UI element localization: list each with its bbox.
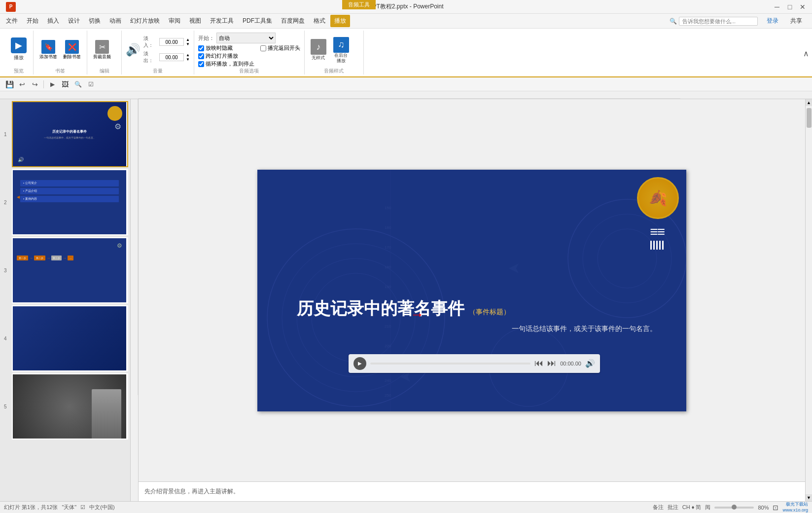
trim-icon: ✂ — [95, 40, 109, 54]
search-input[interactable] — [679, 17, 758, 26]
insert-picture-button[interactable]: 🖼 — [60, 79, 71, 90]
slide-num-5: 5 — [4, 404, 7, 409]
player-volume-button[interactable]: 🔊 — [585, 359, 595, 368]
input-mode[interactable]: CH ♦ 简 — [682, 504, 702, 511]
maximize-button[interactable]: □ — [784, 2, 795, 11]
menu-animation[interactable]: 动画 — [106, 15, 125, 27]
rewind-checkbox[interactable] — [260, 45, 266, 51]
undo-button[interactable]: ↩ — [17, 79, 28, 90]
vertical-scrollbar[interactable]: ▲ ▼ — [805, 99, 812, 501]
fade-out-input[interactable] — [159, 53, 184, 61]
trim-audio-button[interactable]: ✂ 剪裁音频 — [91, 39, 113, 61]
save-button[interactable]: 💾 — [4, 79, 15, 90]
cross-slide-checkbox-row[interactable]: 跨幻灯片播放 — [198, 52, 254, 60]
svg-marker-25 — [400, 372, 410, 382]
background-play-icon: ♫ — [333, 37, 349, 53]
redo-button[interactable]: ↪ — [30, 79, 40, 90]
svg-point-10 — [598, 229, 657, 288]
fade-in-down[interactable]: ▼ — [186, 42, 190, 46]
menu-transitions[interactable]: 切换 — [85, 15, 105, 27]
scroll-down-button[interactable]: ▼ — [806, 494, 812, 501]
menu-start[interactable]: 开始 — [23, 15, 42, 27]
start-select[interactable]: 自动 单击时 跨幻灯片播放 — [216, 33, 276, 43]
smart-lookup-button[interactable]: 🔍 — [72, 79, 83, 90]
menu-developer[interactable]: 开发工具 — [206, 15, 238, 27]
play-icon: ▶ — [11, 37, 27, 53]
menu-file[interactable]: 文件 — [2, 15, 22, 27]
player-time-display: 00:00.00 — [560, 361, 581, 366]
slide-thumb-5[interactable]: 5 — [12, 373, 128, 440]
ruler-svg: var marks = [-12,-11,-10,-9,-8,-7,-6,-5,… — [138, 91, 680, 99]
svg-text:190: 190 — [385, 285, 391, 289]
hide-on-show-checkbox-row[interactable]: 放映时隐藏 — [198, 44, 254, 52]
close-button[interactable]: ✕ — [797, 2, 808, 11]
delete-bookmark-label: 删除书签 — [63, 54, 81, 60]
background-play-label: 在后台播放 — [334, 53, 348, 64]
fade-in-input[interactable] — [159, 38, 184, 46]
slideshow-button[interactable]: ▶ — [47, 79, 58, 90]
menu-slideshow[interactable]: 幻灯片放映 — [126, 15, 164, 27]
brand-watermark: 极光下载站www.x1o.org — [782, 502, 808, 513]
add-bookmark-button[interactable]: 🔖 添加书签 — [37, 39, 59, 61]
zoom-slider[interactable] — [714, 507, 754, 509]
collapse-ribbon-button[interactable]: ∧ — [803, 48, 809, 58]
menu-playback[interactable]: 播放 — [330, 15, 350, 27]
gear-background-svg: 150 160 170 180 190 200 210 220 230 240 … — [257, 170, 686, 411]
search-icon: 🔍 — [670, 18, 677, 25]
no-style-button[interactable]: ♪ 无样式 — [309, 38, 328, 62]
ribbon-group-volume: 🔊 淡入： ▲ ▼ 淡出： ▲ — [122, 31, 194, 74]
cross-slide-checkbox[interactable] — [198, 53, 204, 59]
accessibility-button[interactable]: ☑ — [85, 79, 96, 90]
slide-num-4: 4 — [4, 336, 7, 341]
svg-marker-24 — [509, 263, 519, 273]
menu-insert[interactable]: 插入 — [43, 15, 63, 27]
svg-text:220: 220 — [385, 344, 391, 348]
delete-bookmark-button[interactable]: ❌ 删除书签 — [61, 39, 83, 61]
ruler-vertical — [131, 99, 139, 501]
menu-review[interactable]: 审阅 — [165, 15, 184, 27]
fade-out-down[interactable]: ▼ — [186, 57, 190, 62]
menu-format[interactable]: 格式 — [310, 15, 329, 27]
comments-button[interactable]: 批注 — [668, 504, 678, 511]
hide-on-show-checkbox[interactable] — [198, 45, 204, 51]
zoom-label[interactable]: 阅 — [705, 504, 710, 511]
play-button[interactable]: ▶ 播放 — [9, 37, 29, 62]
loop-checkbox-row[interactable]: 循环播放，直到停止 — [198, 60, 254, 68]
menu-design[interactable]: 设计 — [64, 15, 84, 27]
rewind-checkbox-row[interactable]: 播完返回开头 — [260, 44, 300, 52]
player-prev-button[interactable]: ⏮ — [534, 358, 543, 368]
player-progress-bar[interactable] — [370, 363, 530, 365]
language-info: 中文(中国) — [89, 504, 114, 511]
login-button[interactable]: 登录 — [763, 15, 782, 27]
add-bookmark-label: 添加书签 — [39, 54, 57, 60]
notes-button[interactable]: 备注 — [653, 504, 664, 511]
loop-checkbox[interactable] — [198, 61, 204, 67]
background-play-button[interactable]: ♫ 在后台播放 — [331, 36, 351, 65]
player-play-button[interactable]: ▶ — [353, 357, 366, 370]
slide-thumb-4[interactable]: 4 — [12, 305, 128, 371]
svg-rect-0 — [138, 91, 680, 99]
volume-group-label: 音量 — [126, 68, 190, 74]
menu-baidu[interactable]: 百度网盘 — [277, 15, 309, 27]
share-button[interactable]: 共享 — [786, 15, 806, 27]
scroll-thumb-v[interactable] — [807, 108, 812, 128]
scroll-up-button[interactable]: ▲ — [806, 99, 812, 106]
ruler-horizontal: var marks = [-12,-11,-10,-9,-8,-7,-6,-5,… — [0, 91, 812, 99]
menu-view[interactable]: 视图 — [185, 15, 205, 27]
slide-thumb-2[interactable]: 2 • 公司简介 • 产品介绍 • 案例内容 ◀ — [12, 169, 128, 235]
loop-label: 循环播放，直到停止 — [206, 60, 254, 68]
hide-on-show-label: 放映时隐藏 — [206, 44, 233, 52]
minimize-button[interactable]: ─ — [772, 2, 782, 11]
player-next-button[interactable]: ⏭ — [547, 358, 556, 368]
menu-pdf-tools[interactable]: PDF工具集 — [239, 15, 276, 27]
audio-icon-selected[interactable]: 🔊 — [457, 295, 492, 330]
fit-slide-button[interactable]: ⊡ — [773, 504, 778, 512]
slide-num-3: 3 — [4, 268, 7, 273]
accessibility-icon[interactable]: ☑ — [80, 504, 85, 511]
fade-out-up[interactable]: ▲ — [186, 53, 190, 57]
notes-area[interactable]: 先介绍背景信息，再进入主题讲解。 — [139, 481, 805, 501]
fade-in-up[interactable]: ▲ — [186, 37, 190, 42]
slide-thumb-1[interactable]: 1 ⚙ 历史记录中的著名事件 一句话总结该事件，或关于该事件的一句名言。 🔊 — [12, 101, 128, 167]
audio-player-bar[interactable]: ▶ ⏮ ⏭ 00:00.00 🔊 — [349, 354, 600, 373]
slide-thumb-3[interactable]: 3 ⚙ 第一步 → 第二步 → 第三步 → ... — [12, 237, 128, 303]
